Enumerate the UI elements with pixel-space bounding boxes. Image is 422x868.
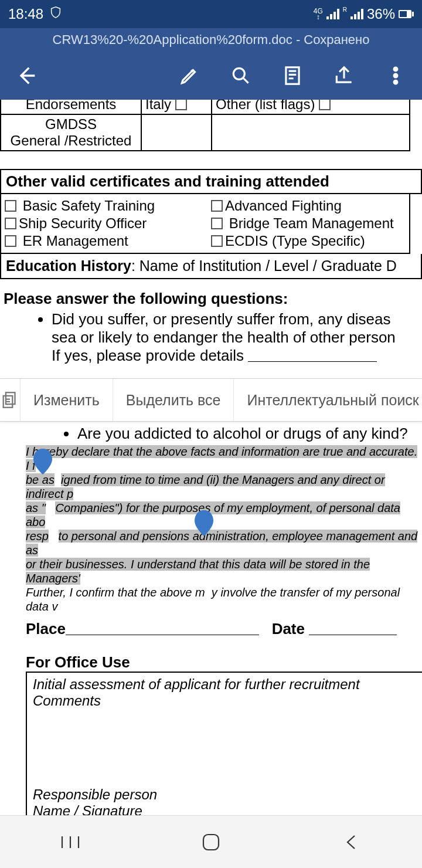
reading-view-icon[interactable] — [281, 65, 304, 87]
cert-item: ECDIS (Type Specific) — [225, 233, 365, 249]
signal-icon — [326, 9, 339, 19]
certificates-header: Other valid certificates and training at… — [0, 169, 422, 194]
checkbox-icon[interactable] — [5, 235, 16, 247]
search-icon[interactable] — [230, 65, 252, 87]
document-viewport[interactable]: Endorsements Italy Other (list flags) GM… — [0, 100, 422, 815]
svg-point-0 — [233, 68, 244, 79]
selection-handle-end[interactable] — [193, 510, 215, 536]
question-list: Did you suffer, or presently suffer from… — [0, 310, 422, 365]
cell-other-flags: Other (list flags) — [216, 100, 315, 112]
document-title-bar: CRW13%20-%20Application%20form.doc - Сох… — [0, 28, 422, 52]
app-toolbar — [0, 52, 422, 100]
shield-icon — [49, 6, 62, 22]
place-date-row: Place Date — [26, 620, 422, 638]
overflow-menu-icon[interactable] — [384, 65, 407, 87]
network-4g: 4G ↕ — [314, 8, 323, 20]
office-use-box: Initial assessment of applicant for furt… — [26, 672, 422, 815]
cert-item: Bridge Team Management — [229, 215, 394, 231]
menu-smart-lookup[interactable]: Интеллектуальный поиск — [234, 379, 422, 421]
checkbox-icon[interactable] — [319, 100, 331, 110]
cell-italy: Italy — [145, 100, 171, 112]
cert-col-right: Advanced Fighting Bridge Team Management… — [211, 196, 406, 250]
office-line: Initial assessment of applicant for furt… — [33, 676, 422, 693]
cert-item: Basic Safety Training — [23, 198, 155, 213]
menu-edit[interactable]: Изменить — [21, 379, 113, 421]
recents-button[interactable] — [35, 834, 106, 850]
cert-item: Ship Security Officer — [19, 215, 147, 231]
cell-endorsements: Endorsements — [1, 100, 141, 114]
cert-item: ER Management — [23, 233, 128, 249]
signal-icon-2 — [350, 9, 363, 19]
svg-point-3 — [394, 74, 397, 77]
declaration-text[interactable]: I hereby declare that the above facts an… — [26, 444, 422, 614]
svg-point-4 — [394, 80, 397, 84]
cell-gmdss: GMDSS — [5, 116, 137, 133]
edit-icon[interactable] — [178, 65, 200, 87]
checkbox-icon[interactable] — [5, 218, 16, 229]
status-bar: 18:48 4G ↕ R 36% — [0, 0, 422, 28]
office-use-header: For Office Use — [26, 653, 422, 672]
document-title: CRW13%20-%20Application%20form.doc - Сох… — [53, 32, 370, 48]
checkbox-icon[interactable] — [211, 218, 223, 229]
svg-point-2 — [394, 67, 397, 71]
share-icon[interactable] — [333, 65, 355, 87]
back-button-system[interactable] — [316, 833, 387, 851]
menu-select-all[interactable]: Выделить все — [113, 379, 234, 421]
copy-icon[interactable] — [0, 379, 21, 421]
education-row: Education History: Name of Institution /… — [0, 254, 422, 279]
system-nav-bar — [0, 815, 422, 868]
checkbox-icon[interactable] — [211, 200, 223, 212]
cert-col-left: Basic Safety Training Ship Security Offi… — [5, 196, 199, 250]
battery-percent: 36% — [367, 6, 395, 22]
selection-handle-start[interactable] — [32, 449, 53, 474]
svg-rect-5 — [6, 392, 15, 404]
office-line: Name / Signature — [33, 803, 142, 815]
selection-toolbar: Изменить Выделить все Интеллектуальный п… — [0, 378, 422, 422]
certificates-box: Basic Safety Training Ship Security Offi… — [0, 194, 410, 254]
checkbox-icon[interactable] — [175, 100, 187, 110]
flags-table: Endorsements Italy Other (list flags) GM… — [0, 100, 410, 151]
cert-item: Advanced Fighting — [225, 198, 342, 213]
question-list-2: Are you addicted to alcohol or drugs of … — [26, 425, 422, 443]
office-line: Responsible person — [33, 786, 422, 803]
question-1: Did you suffer, or presently suffer from… — [52, 310, 422, 365]
question-2: Are you addicted to alcohol or drugs of … — [77, 425, 422, 443]
svg-rect-7 — [203, 835, 219, 850]
cell-gmdss-sub: General /Restricted — [5, 133, 137, 149]
back-button[interactable] — [15, 64, 39, 87]
checkbox-icon[interactable] — [211, 235, 223, 247]
clock: 18:48 — [8, 6, 43, 22]
questions-header: Please answer the following questions: — [0, 290, 422, 308]
roaming-indicator: R — [343, 6, 347, 13]
office-line: Comments — [33, 693, 422, 709]
home-button[interactable] — [176, 832, 246, 852]
checkbox-icon[interactable] — [5, 200, 16, 212]
battery-icon — [399, 10, 414, 18]
